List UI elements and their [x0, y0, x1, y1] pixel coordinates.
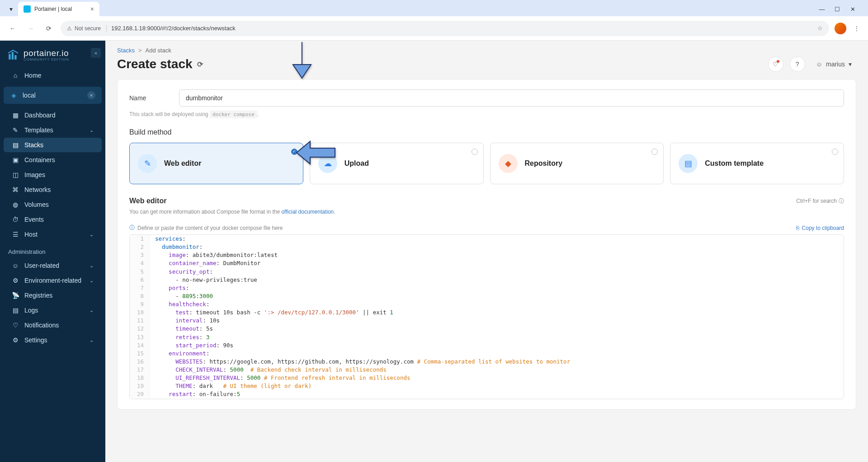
- home-icon: ⌂: [12, 72, 19, 79]
- sidebar-item-containers[interactable]: ▣Containers: [4, 153, 102, 167]
- code-line[interactable]: 2 dumbmonitor:: [130, 243, 844, 251]
- code-line[interactable]: 8 - 8895:3000: [130, 292, 844, 300]
- sidebar-item-stacks[interactable]: ▤Stacks: [4, 138, 102, 152]
- editor-info: ⓘ Define or paste the content of your do…: [129, 224, 283, 232]
- env-close-icon[interactable]: ×: [87, 91, 95, 99]
- profile-avatar[interactable]: [835, 23, 846, 34]
- brand-name: portainer.io: [24, 49, 69, 57]
- sidebar-item-user-related[interactable]: ☺User-related⌄: [4, 258, 102, 273]
- web-editor-title: Web editor: [129, 197, 166, 205]
- code-line[interactable]: 13 retries: 3: [130, 333, 844, 341]
- code-content: THEME: dark # UI theme (light or dark): [150, 382, 311, 390]
- sidebar-item-label: Networks: [24, 186, 51, 193]
- sidebar-item-label: Notifications: [24, 322, 59, 329]
- browser-menu-icon[interactable]: ⋮: [852, 25, 862, 32]
- line-number: 20: [130, 390, 150, 398]
- sidebar-item-label: Templates: [24, 126, 53, 134]
- build-card-repository[interactable]: ◆Repository: [490, 143, 664, 184]
- build-card-custom-template[interactable]: ▤Custom template: [670, 143, 844, 184]
- docs-link[interactable]: official documentation: [281, 209, 334, 215]
- nav-back-button[interactable]: ←: [6, 22, 19, 35]
- code-line[interactable]: 11 interval: 10s: [130, 317, 844, 325]
- code-content: services:: [150, 235, 186, 243]
- tab-close-icon[interactable]: ×: [90, 5, 94, 13]
- notifications-bell-icon[interactable]: ♡: [768, 56, 783, 72]
- nav-forward-button[interactable]: →: [24, 22, 37, 35]
- build-card-web-editor[interactable]: ✎Web editor: [129, 143, 303, 184]
- help-icon[interactable]: ?: [790, 56, 805, 72]
- code-line[interactable]: 4 container_name: DumbMonitor: [130, 259, 844, 267]
- code-line[interactable]: 1services:: [130, 235, 844, 243]
- sidebar-item-networks[interactable]: ⌘Networks: [4, 182, 102, 197]
- refresh-icon[interactable]: ⟳: [197, 60, 203, 69]
- sidebar-item-volumes[interactable]: ◍Volumes: [4, 197, 102, 212]
- code-line[interactable]: 5 security_opt:: [130, 268, 844, 276]
- code-line[interactable]: 3 image: abite3/dumbmonitor:latest: [130, 251, 844, 259]
- code-line[interactable]: 7 ports:: [130, 284, 844, 292]
- sidebar-item-host[interactable]: ☰Host⌄: [4, 227, 102, 242]
- sidebar-item-notifications[interactable]: ♡Notifications: [4, 318, 102, 332]
- stack-name-input[interactable]: [179, 89, 844, 107]
- sidebar-item-logs[interactable]: ▤Logs⌄: [4, 303, 102, 317]
- user-menu[interactable]: ☺ marius ▾: [811, 58, 856, 70]
- code-line[interactable]: 12 timeout: 5s: [130, 325, 844, 333]
- sidebar-icon: ◫: [12, 171, 19, 178]
- window-maximize-icon[interactable]: ☐: [833, 6, 842, 13]
- sidebar-item-label: Registries: [24, 292, 52, 299]
- chevron-down-icon: ▾: [849, 61, 852, 68]
- bookmark-star-icon[interactable]: ☆: [817, 25, 823, 32]
- sidebar-collapse-button[interactable]: «: [91, 48, 101, 58]
- stack-panel: Name This stack will be deployed using d…: [117, 79, 856, 410]
- code-line[interactable]: 19 THEME: dark # UI theme (light or dark…: [130, 382, 844, 390]
- window-minimize-icon[interactable]: —: [817, 6, 826, 13]
- sidebar-item-home[interactable]: ⌂ Home: [4, 68, 102, 83]
- sidebar-item-images[interactable]: ◫Images: [4, 168, 102, 182]
- code-line[interactable]: 14 start_period: 90s: [130, 341, 844, 350]
- code-line[interactable]: 10 test: timeout 10s bash -c ':> /dev/tc…: [130, 308, 844, 317]
- radio-indicator: [651, 149, 658, 155]
- code-line[interactable]: 6 - no-new-privileges:true: [130, 276, 844, 284]
- sidebar-item-dashboard[interactable]: ▦Dashboard: [4, 108, 102, 122]
- line-number: 16: [130, 358, 150, 366]
- code-editor[interactable]: 1services:2 dumbmonitor:3 image: abite3/…: [129, 234, 844, 399]
- sidebar-item-settings[interactable]: ⚙Settings⌄: [4, 333, 102, 347]
- sidebar-item-environment-related[interactable]: ⚙Environment-related⌄: [4, 273, 102, 288]
- code-content: start_period: 90s: [150, 341, 233, 350]
- build-method-title: Build method: [129, 128, 844, 136]
- sidebar-environment[interactable]: ◈ local ×: [4, 87, 102, 104]
- sidebar-item-events[interactable]: ⏱Events: [4, 212, 102, 227]
- nav-reload-button[interactable]: ⟳: [42, 22, 55, 35]
- build-card-upload[interactable]: ☁Upload: [310, 143, 484, 184]
- brand-subtitle: COMMUNITY EDITION: [24, 57, 69, 61]
- code-line[interactable]: 20 restart: on-failure:5: [130, 390, 844, 398]
- brand[interactable]: portainer.io COMMUNITY EDITION «: [0, 44, 105, 68]
- url-field[interactable]: ⚠ Not secure 192.168.1.18:9000/#!/2/dock…: [61, 21, 829, 36]
- code-content: image: abite3/dumbmonitor:latest: [150, 251, 278, 259]
- sidebar-item-registries[interactable]: 📡Registries: [4, 288, 102, 303]
- tab-favicon: [24, 5, 31, 13]
- code-line[interactable]: 9 healthcheck:: [130, 300, 844, 308]
- browser-tab[interactable]: Portainer | local ×: [18, 2, 99, 16]
- not-secure-badge[interactable]: ⚠ Not secure: [67, 25, 107, 32]
- sidebar: portainer.io COMMUNITY EDITION « ⌂ Home …: [0, 41, 105, 462]
- sidebar-icon: ☺: [12, 262, 19, 269]
- tab-search-dropdown[interactable]: ▾: [5, 4, 16, 14]
- breadcrumb: Stacks > Add stack: [117, 47, 856, 54]
- code-line[interactable]: 16 WEBSITES: https://google.com, https:/…: [130, 358, 844, 366]
- code-line[interactable]: 15 environment:: [130, 350, 844, 358]
- breadcrumb-root[interactable]: Stacks: [117, 47, 135, 54]
- help-circle-icon[interactable]: ⓘ: [839, 197, 844, 205]
- sidebar-item-label: Environment-related: [24, 277, 81, 284]
- code-line[interactable]: 18 UI_REFRESH_INTERVAL: 5000 # Frontend …: [130, 374, 844, 382]
- build-icon: ◆: [499, 154, 518, 173]
- copy-to-clipboard-button[interactable]: ⎘ Copy to clipboard: [796, 225, 844, 231]
- code-content: ports:: [150, 284, 189, 292]
- code-line[interactable]: 17 CHECK_INTERVAL: 5000 # Backend check …: [130, 366, 844, 374]
- sidebar-item-label: User-related: [24, 262, 59, 269]
- window-close-icon[interactable]: ✕: [848, 6, 857, 13]
- build-icon: ▤: [679, 154, 698, 173]
- line-number: 5: [130, 268, 150, 276]
- sidebar-item-templates[interactable]: ✎Templates⌄: [4, 123, 102, 137]
- build-title: Upload: [344, 159, 369, 168]
- sidebar-item-label: Dashboard: [24, 112, 56, 119]
